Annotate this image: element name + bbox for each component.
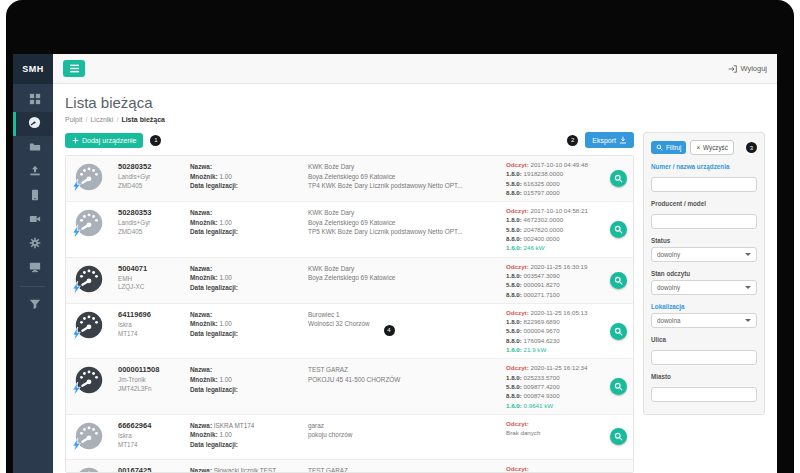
filter-clear-button[interactable]: × Wyczyść xyxy=(690,140,733,155)
obis-value: 176094.6230 xyxy=(524,337,560,344)
add-device-button[interactable]: Dodaj urządzenie xyxy=(65,133,143,148)
app-logo: SMH xyxy=(13,54,53,84)
sidebar-item-filters[interactable] xyxy=(13,293,53,317)
mnoznik-label: Mnożnik: xyxy=(190,274,218,281)
lightning-bolt-icon xyxy=(72,382,81,396)
obis-code: 8.8.0: xyxy=(506,337,522,344)
obis-code: 1.6.0: xyxy=(506,244,522,251)
obis-value: 000271.7100 xyxy=(524,291,560,298)
page-title: Lista bieżąca xyxy=(65,94,765,111)
upload-icon xyxy=(29,163,41,181)
view-device-button[interactable] xyxy=(610,272,627,289)
gear-icon xyxy=(29,235,41,253)
sidebar-item-settings[interactable] xyxy=(13,232,53,256)
address-line: TEST GARAZ xyxy=(308,466,506,473)
filter-fields: Numer / nazwa urządzeniaProducent / mode… xyxy=(651,163,757,402)
odczyt-label: Odczyt: xyxy=(506,364,529,371)
obis-value: 000874.9300 xyxy=(524,392,560,399)
nazwa-label: Nazwa: xyxy=(190,366,212,373)
search-icon xyxy=(614,327,623,336)
obis-code: 1.6.0: xyxy=(506,402,522,409)
device-number-input[interactable] xyxy=(651,177,757,192)
obis-value: 000091.8270 xyxy=(524,281,560,288)
meter-avatar-icon xyxy=(74,421,104,451)
data-legalizacji-label: Data legalizacji: xyxy=(190,284,238,291)
view-device-button[interactable] xyxy=(610,378,627,395)
obis-code: 5.8.0: xyxy=(506,281,522,288)
sidebar-item-files[interactable] xyxy=(13,136,53,160)
view-device-button[interactable] xyxy=(610,428,627,445)
obis-code: 1.8.0: xyxy=(506,272,522,279)
device-model: MT174 xyxy=(118,330,190,339)
odczyt-label: Odczyt: xyxy=(506,207,529,214)
location-label: Lokalizacja xyxy=(651,303,757,310)
filter-panel: Filtruj × Wyczyść 3 Numer / nazwa urządz… xyxy=(643,132,765,415)
obis-code: 1.8.0: xyxy=(506,374,522,381)
table-row: 00167425 Iskra MT174 Nazwa: Słowacki lic… xyxy=(66,460,633,473)
breadcrumb-liczniki[interactable]: Liczniki xyxy=(90,116,113,123)
odczyt-label: Odczyt: xyxy=(506,161,529,168)
device-address: KWK Boże DaryBoya Żeleńskiego 69 Katowic… xyxy=(308,206,506,237)
meter-avatar-icon xyxy=(74,466,104,473)
meter-avatar-icon xyxy=(74,264,104,294)
city-input[interactable] xyxy=(651,387,757,402)
device-readings: Odczyt: 2020-11-25 16:30:191.8.0: 003547… xyxy=(506,262,603,299)
device-manufacturer: Jm-Tronik xyxy=(118,376,190,385)
odczyt-date: 2020-11-25 16:30:19 xyxy=(530,263,587,270)
view-device-button[interactable] xyxy=(610,323,627,340)
nazwa-label: Nazwa: xyxy=(190,209,212,216)
monitor-frame: SMH Wyloguj Lista bieżąca Pulpit / Liczn… xyxy=(6,0,794,473)
desktop-icon xyxy=(29,259,41,277)
list-toolbar: Dodaj urządzenie 1 2 Eksport xyxy=(65,132,634,148)
top-toolbar: Wyloguj xyxy=(53,54,777,84)
sidebar-item-monitoring[interactable] xyxy=(13,208,53,232)
obis-value: 21.9 kW xyxy=(524,346,547,353)
lightning-bolt-icon xyxy=(72,225,81,239)
odczyt-date: 2020-11-25 16:12:34 xyxy=(530,364,587,371)
export-button[interactable]: Eksport xyxy=(585,132,634,148)
sidebar-item-meters[interactable] xyxy=(13,112,53,136)
reading-state-label: Stan odczytu xyxy=(651,270,757,277)
obis-code: 8.8.0: xyxy=(506,235,522,242)
producer-model-input[interactable] xyxy=(651,214,757,229)
obis-code: 1.8.0: xyxy=(506,318,522,325)
table-row: 50280352 Landis+Gyr ZMD405 Nazwa: Mnożni… xyxy=(66,156,633,202)
obis-value: 009877.4200 xyxy=(524,383,560,390)
breadcrumb-pulpit[interactable]: Pulpit xyxy=(65,116,83,123)
address-line: TEST GARAZ xyxy=(308,365,506,375)
status-select[interactable]: dowolny xyxy=(651,247,757,262)
sidebar-item-workstation[interactable] xyxy=(13,256,53,280)
address-line: Boya Żeleńskiego 69 Katowice xyxy=(308,273,506,283)
meter-avatar-icon xyxy=(74,208,104,238)
logout-link[interactable]: Wyloguj xyxy=(728,64,767,73)
hint-badge-4: 4 xyxy=(384,325,395,336)
table-row: 0000011508 Jm-Tronik JMT42L3Fn Nazwa: Mn… xyxy=(66,359,633,414)
sidebar-item-devices[interactable] xyxy=(13,184,53,208)
sidebar-nav xyxy=(13,84,53,473)
data-legalizacji-label: Data legalizacji: xyxy=(190,182,238,189)
lightning-bolt-icon xyxy=(72,179,81,193)
chevron-down-icon xyxy=(745,286,751,289)
street-input[interactable] xyxy=(651,350,757,365)
device-id: 00167425 xyxy=(118,466,190,473)
search-icon xyxy=(614,382,623,391)
table-row: 50280353 Landis+Gyr ZMD405 Nazwa: Mnożni… xyxy=(66,202,633,257)
lightning-bolt-icon xyxy=(72,327,81,341)
obis-code: 1.8.0: xyxy=(506,170,522,177)
device-id: 0000011508 xyxy=(118,365,190,374)
odczyt-date: 2017-10-10 04:58:21 xyxy=(530,207,587,214)
sidebar-item-dashboard[interactable] xyxy=(13,88,53,112)
device-address: KWK Boże DaryBoya Żeleńskiego 69 Katowic… xyxy=(308,262,506,283)
menu-toggle-button[interactable] xyxy=(63,60,85,77)
sidebar-item-upload[interactable] xyxy=(13,160,53,184)
location-select[interactable]: dowolna xyxy=(651,313,757,328)
obis-code: 8.8.0: xyxy=(506,189,522,196)
reading-state-select[interactable]: dowolny xyxy=(651,280,757,295)
device-readings: Odczyt: 2020-11-25 16:12:341.8.0: 025233… xyxy=(506,363,603,409)
view-device-button[interactable] xyxy=(610,221,627,238)
obis-value: 000004.9670 xyxy=(524,327,560,334)
filter-apply-button[interactable]: Filtruj xyxy=(651,141,686,154)
view-device-button[interactable] xyxy=(610,170,627,187)
obis-value: 246 kW xyxy=(524,244,545,251)
obis-value: 015797.0000 xyxy=(524,189,560,196)
